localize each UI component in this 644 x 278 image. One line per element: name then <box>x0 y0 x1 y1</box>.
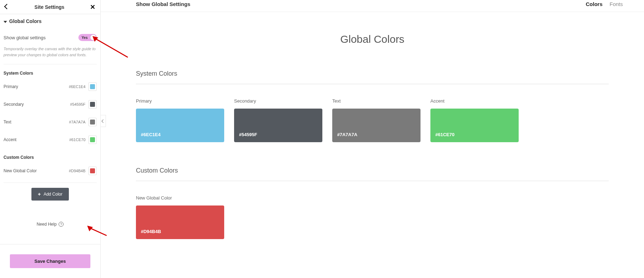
main-header: Show Global Settings ColorsFonts <box>101 0 644 12</box>
toggle-label: Show global settings <box>4 35 46 40</box>
sidebar-title: Site Settings <box>35 4 65 10</box>
color-card-swatch[interactable]: #D94B4B <box>136 205 224 239</box>
color-name: New Global Color <box>4 168 69 173</box>
add-color-row: Add Color <box>4 183 97 201</box>
color-swatch[interactable] <box>88 82 97 91</box>
color-name: Secondary <box>4 102 70 107</box>
main-panel: Show Global Settings ColorsFonts Global … <box>101 0 644 278</box>
custom-colors-list: New Global Color#D94B4B <box>4 162 97 180</box>
need-help-link[interactable]: Need Help ? <box>4 222 97 227</box>
help-text: Temporarily overlay the canvas with the … <box>4 46 97 64</box>
color-row[interactable]: Accent#61CE70 <box>4 131 97 149</box>
color-chip <box>90 102 95 107</box>
main-custom-colors-title: Custom Colors <box>136 167 609 181</box>
add-color-button[interactable]: Add Color <box>31 188 69 201</box>
color-swatch[interactable] <box>88 100 97 109</box>
chevron-left-icon <box>5 4 9 10</box>
custom-colors-title: Custom Colors <box>4 155 97 160</box>
color-hex: #61CE70 <box>69 138 85 142</box>
save-label: Save Changes <box>35 259 66 264</box>
page-title: Show Global Settings <box>136 1 190 7</box>
sidebar-body: Global Colors Show global settings Yes T… <box>0 14 100 244</box>
color-card-label: New Global Color <box>136 195 224 201</box>
color-hex: #7A7A7A <box>69 120 85 124</box>
toggle-knob <box>90 35 96 40</box>
color-card: Text#7A7A7A <box>332 98 421 142</box>
custom-colors-grid: New Global Color#D94B4B <box>136 195 609 239</box>
color-name: Primary <box>4 84 69 89</box>
color-card: Primary#6EC1E4 <box>136 98 224 142</box>
close-button[interactable] <box>89 2 97 12</box>
color-swatch[interactable] <box>88 167 97 175</box>
color-card-label: Text <box>332 98 421 104</box>
sidebar: Site Settings Global Colors Show global … <box>0 0 101 278</box>
color-card-swatch[interactable]: #7A7A7A <box>332 109 421 142</box>
add-color-label: Add Color <box>43 192 62 197</box>
color-row[interactable]: Primary#6EC1E4 <box>4 78 97 95</box>
color-card-label: Accent <box>430 98 519 104</box>
toggle-show-global-settings: Show global settings Yes <box>4 34 97 41</box>
color-name: Text <box>4 120 69 124</box>
system-colors-grid: Primary#6EC1E4Secondary#54595FText#7A7A7… <box>136 98 609 142</box>
section-label: Global Colors <box>9 18 42 24</box>
sidebar-header: Site Settings <box>0 0 100 14</box>
tabs: ColorsFonts <box>586 1 623 7</box>
color-card-label: Primary <box>136 98 224 104</box>
color-hex: #6EC1E4 <box>69 85 85 89</box>
color-row[interactable]: Secondary#54595F <box>4 95 97 113</box>
color-card: Accent#61CE70 <box>430 98 519 142</box>
section-global-colors[interactable]: Global Colors <box>4 18 97 24</box>
main-system-colors-title: System Colors <box>136 70 609 84</box>
color-chip <box>90 137 95 142</box>
color-row[interactable]: Text#7A7A7A <box>4 113 97 131</box>
need-help-label: Need Help <box>37 222 57 227</box>
color-hex: #D94B4B <box>69 169 85 173</box>
color-chip <box>90 84 95 89</box>
color-row[interactable]: New Global Color#D94B4B <box>4 162 97 180</box>
color-card-label: Secondary <box>234 98 322 104</box>
close-icon <box>90 3 95 11</box>
tab-colors[interactable]: Colors <box>586 1 603 7</box>
main-heading: Global Colors <box>136 33 609 45</box>
system-colors-list: Primary#6EC1E4Secondary#54595FText#7A7A7… <box>4 78 97 149</box>
color-card: New Global Color#D94B4B <box>136 195 224 239</box>
color-swatch[interactable] <box>88 118 97 126</box>
chevron-down-icon <box>4 18 7 24</box>
color-card-swatch[interactable]: #54595F <box>234 109 322 142</box>
sidebar-footer: Save Changes <box>0 244 100 278</box>
color-card-swatch[interactable]: #61CE70 <box>430 109 519 142</box>
color-chip <box>90 168 95 173</box>
color-name: Accent <box>4 137 69 142</box>
help-icon: ? <box>59 222 64 227</box>
color-card: Secondary#54595F <box>234 98 322 142</box>
system-colors-title: System Colors <box>4 71 97 76</box>
color-swatch[interactable] <box>88 135 97 144</box>
tab-fonts[interactable]: Fonts <box>609 1 623 7</box>
main-body: Global Colors System Colors Primary#6EC1… <box>101 12 644 278</box>
color-chip <box>90 120 95 124</box>
plus-icon <box>38 191 41 197</box>
save-button[interactable]: Save Changes <box>10 254 90 268</box>
toggle-state-label: Yes <box>82 36 88 40</box>
back-button[interactable] <box>4 3 10 11</box>
color-hex: #54595F <box>70 102 85 106</box>
toggle-switch[interactable]: Yes <box>78 34 97 41</box>
color-card-swatch[interactable]: #6EC1E4 <box>136 109 224 142</box>
